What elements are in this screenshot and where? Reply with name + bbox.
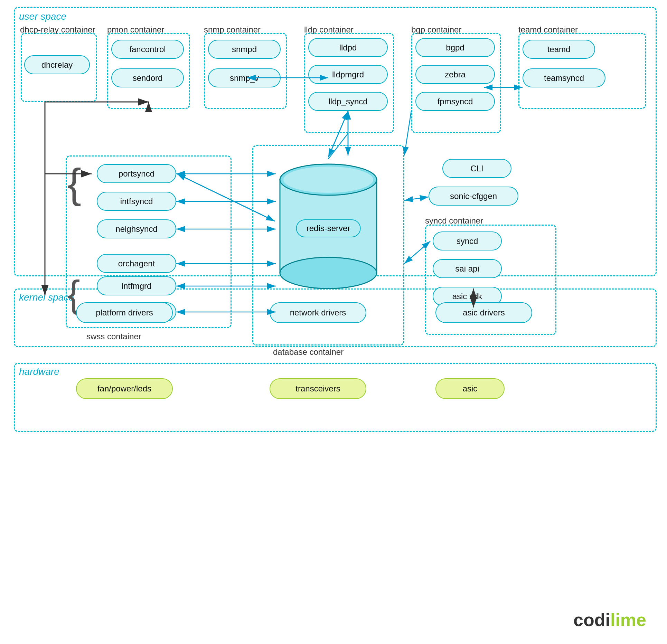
dhcp-relay-container-label: dhcp-relay container (20, 25, 95, 35)
codilime-logo: codilime (573, 609, 646, 630)
snmp-container-label: snmp container (204, 25, 261, 35)
pmon-container-label: pmon container (107, 25, 164, 35)
asic-node: asic (435, 378, 505, 399)
syncd-node: syncd (433, 231, 502, 250)
redis-cylinder: redis-server (276, 159, 380, 290)
teamsyncd-node: teamsyncd (523, 68, 605, 87)
brace-top: { (67, 162, 81, 204)
logo-prefix: codi (573, 610, 610, 630)
syncd-container-label: syncd container (425, 216, 483, 226)
transceivers-node: transceivers (270, 378, 366, 399)
svg-point-3 (283, 167, 373, 193)
database-container-label: database container (273, 347, 344, 357)
intfmgrd-node: intfmgrd (97, 276, 176, 295)
portsyncd-node: portsyncd (97, 164, 176, 183)
network-drivers-node: network drivers (270, 302, 366, 323)
swss-container-label: swss container (86, 332, 141, 341)
asic-drivers-node: asic drivers (435, 302, 532, 323)
platform-drivers-node: platform drivers (76, 302, 173, 323)
redis-server-node: redis-server (296, 219, 361, 237)
lldp-syncd-node: lldp_syncd (308, 92, 388, 111)
teamd-container-label: teamd container (518, 25, 578, 35)
snmpd-node: snmpd (208, 40, 281, 59)
orchagent-node: orchagent (97, 254, 176, 273)
lldp-container-label: lldp container (304, 25, 354, 35)
teamd-node: teamd (523, 40, 595, 59)
logo-suffix: lime (610, 610, 646, 630)
sendord-node: sendord (111, 68, 184, 87)
lldpmgrd-node: lldpmgrd (308, 65, 388, 84)
neighsyncd-node: neighsyncd (97, 219, 176, 238)
cli-node: CLI (442, 159, 511, 178)
main-container: user space kernel space hardware dhcp-re… (0, 0, 667, 644)
snmp-v-node: snmp_v (208, 68, 281, 87)
lldpd-node: lldpd (308, 38, 388, 57)
zebra-node: zebra (415, 65, 495, 84)
sai-api-node: sai api (433, 259, 502, 278)
bgp-container-label: bgp container (411, 25, 461, 35)
fpmsyncd-node: fpmsyncd (415, 92, 495, 111)
fancontrol-node: fancontrol (111, 40, 184, 59)
svg-point-2 (280, 257, 377, 288)
sonic-cfggen-node: sonic-cfggen (429, 187, 518, 206)
dhcrelay-node: dhcrelay (24, 55, 90, 74)
bgpd-node: bgpd (415, 38, 495, 57)
intfsyncd-node: intfsyncd (97, 192, 176, 211)
fan-power-leds-node: fan/power/leds (76, 378, 173, 399)
